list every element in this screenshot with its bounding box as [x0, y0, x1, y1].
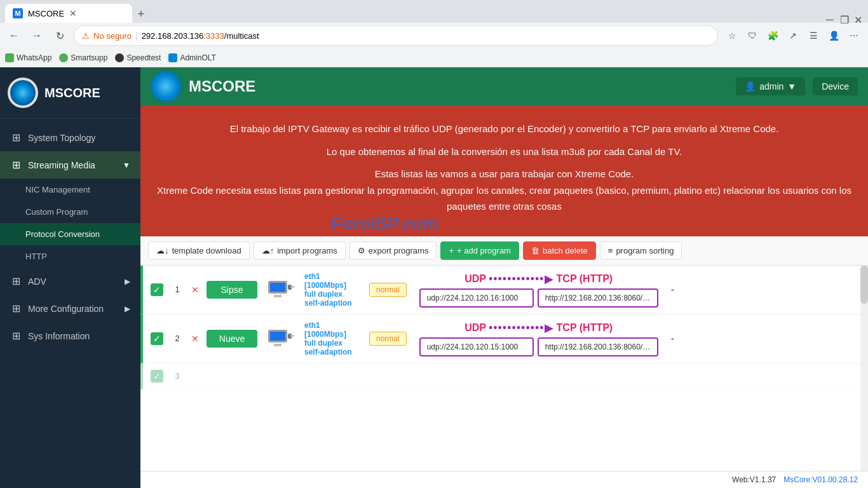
sidebar-item-more-config-label: More Configuration [28, 304, 104, 314]
security-icon: ⚠ [82, 31, 90, 41]
reload-button[interactable]: ↻ [51, 27, 69, 44]
scrollbar-track[interactable] [860, 266, 868, 471]
header-admin-chevron: ▼ [787, 81, 796, 92]
tab-strip: M MSCORE ✕ + ─ ❐ ✕ [0, 0, 868, 23]
maximize-button[interactable]: ❐ [840, 14, 849, 23]
sidebar-item-adv-label: ADV [28, 276, 46, 287]
shield-icon[interactable]: 🛡 [743, 27, 761, 44]
eth-info-2: eth1 [1000Mbps] full duplex self-adaptio… [304, 321, 362, 356]
bookmark-smartsupp[interactable]: Smartsupp [59, 53, 107, 62]
header-device-button[interactable]: Device [813, 78, 858, 95]
bookmark-adminolt-label: AdminOLT [180, 53, 215, 62]
overlay-line2: Lo que obtenemos al final de la conversi… [156, 144, 853, 160]
bookmark-speedtest-label: Speedtest [126, 53, 161, 62]
sidebar-item-sys-info-label: Sys Information [28, 331, 90, 341]
status-badge-1: normal [369, 283, 407, 297]
batch-delete-label: batch delete [543, 246, 588, 255]
back-button[interactable]: ← [5, 27, 23, 44]
sidebar-item-custom-program[interactable]: Custom Program [0, 201, 140, 223]
tab-title: MSCORE [28, 9, 64, 18]
admin-icon: 👤 [745, 81, 756, 92]
sidebar-item-protocol-conversion[interactable]: Protocol Conversion [0, 223, 140, 245]
row-checkbox-2[interactable]: ✓ [151, 332, 163, 345]
header-left: MSCORE [151, 71, 255, 102]
import-programs-button[interactable]: ☁↑ import programs [254, 241, 346, 260]
header-device-label: Device [822, 81, 849, 92]
whatsapp-favicon [5, 53, 14, 62]
header-admin-button[interactable]: 👤 admin ▼ [736, 78, 805, 95]
add-icon: + [449, 246, 454, 255]
forward-button[interactable]: → [28, 27, 46, 44]
sidebar-item-nic-management[interactable]: NIC Management [0, 179, 140, 201]
bookmark-whatsapp-label: WhatsApp [17, 53, 51, 62]
more-config-expand-icon: ▶ [125, 304, 130, 313]
active-tab[interactable]: M MSCORE ✕ [5, 4, 132, 23]
program-sorting-button[interactable]: ≡ program sorting [600, 241, 682, 260]
more-config-icon: ⊞ [10, 302, 22, 315]
address-host: 292.168.203.136 [142, 31, 204, 41]
streaming-icon: ⊞ [10, 159, 22, 171]
sidebar-item-sys-information[interactable]: ⊞ Sys Information [0, 322, 140, 349]
window-controls: ─ ❐ ✕ [826, 14, 863, 23]
tab-close-button[interactable]: ✕ [69, 8, 77, 18]
sidebar-app-title: MSCORE [44, 86, 100, 100]
minimize-button[interactable]: ─ [826, 14, 835, 23]
share-icon[interactable]: ↗ [784, 27, 802, 44]
header-title: MSCORE [189, 78, 255, 95]
svg-rect-8 [290, 335, 294, 337]
udp-tcp-header-2: UDP ••••••••••••▶ TCP (HTTP) [465, 321, 613, 335]
speedtest-favicon [115, 53, 124, 62]
star-icon[interactable]: ☆ [723, 27, 741, 44]
eth-info-1: eth1 [1000Mbps] full duplex self-adaptio… [304, 272, 362, 308]
delete-icon: 🗑 [531, 246, 539, 255]
device-icon-2 [265, 326, 297, 351]
app-header: MSCORE 👤 admin ▼ Device [140, 67, 868, 105]
sidebar-logo-globe [10, 80, 36, 105]
sidebar-item-system-topology[interactable]: ⊞ System Topology [0, 124, 140, 151]
udp-tcp-visual-1: UDP ••••••••••••▶ TCP (HTTP) udp://224.1… [419, 272, 658, 308]
topology-icon: ⊞ [10, 132, 22, 144]
more-icon[interactable]: ⋯ [845, 27, 863, 44]
eth-name-1: eth1 [304, 272, 362, 281]
overlay-line1: El trabajo del IPTV Gateway es recibir e… [156, 121, 853, 137]
address-bar[interactable]: ⚠ No seguro | 292.168.203.136:3333/multi… [74, 25, 718, 46]
sidebar-item-streaming-media[interactable]: ⊞ Streaming Media ▼ [0, 151, 140, 179]
bookmark-adminolt[interactable]: AdminOLT [168, 53, 215, 62]
sort-icon: ≡ [608, 246, 613, 255]
import-icon: ☁↑ [262, 246, 275, 255]
extensions-icon[interactable]: 🧩 [764, 27, 782, 44]
template-download-button[interactable]: ☁↓ template download [148, 241, 250, 260]
close-window-button[interactable]: ✕ [854, 14, 863, 23]
row-checkbox-3[interactable]: ✓ [151, 370, 163, 383]
adv-icon: ⊞ [10, 275, 22, 287]
scrollbar-thumb[interactable] [860, 266, 868, 304]
content-toolbar: ☁↓ template download ☁↑ import programs … [140, 236, 868, 266]
tcp-label-1: TCP (HTTP) [557, 273, 613, 285]
web-version: Web:V1.1.37 [732, 475, 776, 484]
row-checkbox-1[interactable]: ✓ [151, 283, 163, 296]
export-programs-button[interactable]: ⚙ export programs [349, 241, 437, 260]
tcp-label-2: TCP (HTTP) [557, 322, 613, 334]
svg-rect-1 [270, 283, 285, 292]
sidebar-navigation: ⊞ System Topology ⊞ Streaming Media ▼ NI… [0, 119, 140, 488]
row-delete-2[interactable]: ✕ [191, 334, 199, 344]
url-row-2: udp://224.120.120.15:1000 http://192.168… [419, 337, 658, 356]
sidebar-item-more-config[interactable]: ⊞ More Configuration ▶ [0, 295, 140, 322]
bookmark-speedtest[interactable]: Speedtest [115, 53, 161, 62]
sidebar-item-http[interactable]: HTTP [0, 245, 140, 268]
add-program-button[interactable]: + + add program [440, 241, 519, 260]
header-admin-label: admin [759, 81, 783, 92]
url-row-1: udp://224.120.120.16:1000 http://192.168… [419, 288, 658, 308]
sidebar-item-adv[interactable]: ⊞ ADV ▶ [0, 268, 140, 295]
program-table: ✓ 1 ✕ Sipse eth1 [1000Mbps] full [140, 266, 868, 471]
collections-icon[interactable]: ☰ [804, 27, 822, 44]
udp-url-2: udp://224.120.120.15:1000 [419, 337, 534, 356]
new-tab-button[interactable]: + [132, 5, 150, 23]
device-icon-1 [265, 277, 297, 302]
profile-icon[interactable]: 👤 [825, 27, 843, 44]
template-download-label: template download [172, 246, 241, 255]
batch-delete-button[interactable]: 🗑 batch delete [523, 241, 596, 260]
app-footer: Web:V1.1.37 MsCore:V01.00.28.12 [140, 471, 868, 488]
bookmark-whatsapp[interactable]: WhatsApp [5, 53, 51, 62]
row-delete-1[interactable]: ✕ [191, 285, 199, 295]
